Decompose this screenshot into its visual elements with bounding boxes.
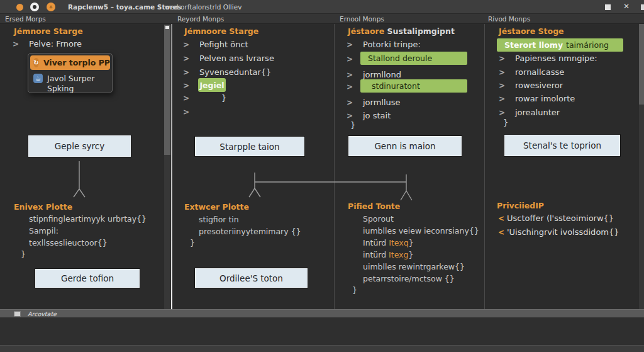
col2-bottom-button[interactable]: Ordilee'S toton: [195, 268, 308, 288]
col2-tree-row[interactable]: >Syvenseduntar{}: [183, 67, 271, 77]
window-edge-button[interactable]: [641, 4, 644, 10]
col1-code-line: Sampil:: [29, 226, 58, 236]
bottom-panel: [0, 317, 644, 345]
chevron-right-icon[interactable]: >: [499, 68, 515, 77]
col4-row3-label: rowesiveror: [515, 81, 563, 90]
col4-row2-label: rornallcasse: [515, 67, 564, 77]
popup-item-3[interactable]: Spking: [30, 82, 110, 94]
statusbar-label: Arcovtate: [28, 310, 57, 317]
col4-tree-row[interactable]: >Papienses nmngipe:: [499, 54, 597, 63]
chevron-right-icon[interactable]: >: [499, 81, 515, 90]
col3-highlight-1-label: Stallond deroule: [368, 54, 432, 63]
col4-top-button[interactable]: Stenal's te toprion: [504, 135, 620, 156]
col4-tree-row[interactable]: >jorealunter: [499, 108, 560, 117]
col4-row1-label: Papienses nmngipe:: [515, 54, 597, 63]
popup-item-selected[interactable]: ↻Viver torplo PP: [30, 55, 110, 70]
col3-section-title: Pified Tonte: [348, 202, 400, 211]
col4-section-row[interactable]: <'Uischingrvit ivolssdidom{}: [498, 227, 619, 237]
col3-tree-row[interactable]: >jormlluse: [347, 98, 401, 107]
col2-tree-row[interactable]: >Pefight önct: [183, 40, 248, 49]
popup-item-3-label: Spking: [47, 84, 74, 93]
chevron-right-icon[interactable]: >: [347, 71, 363, 79]
col2-tree-row[interactable]: >Pelven ans lvrarse: [183, 54, 274, 63]
chevron-right-icon[interactable]: >: [347, 98, 363, 107]
chevron-right-icon[interactable]: >: [347, 111, 363, 120]
connector-col3: [401, 174, 412, 200]
chevron-right-icon[interactable]: >: [347, 40, 363, 49]
refresh-icon: ↻: [33, 58, 39, 67]
col3-code4-pre: intürd: [363, 250, 389, 259]
titlebar-orange-dot-icon[interactable]: [16, 4, 23, 11]
col2-tree-row[interactable]: >}: [183, 93, 226, 103]
chevron-right-icon[interactable]: >: [499, 94, 515, 103]
col1-code-line: texllsseslieuctoor{}: [29, 238, 108, 247]
col1-popup-menu: ↻Viver torplo PP ☕Javol Surper Spking: [28, 53, 113, 93]
col2-selected-chip[interactable]: Jegiel: [198, 78, 226, 92]
chevron-right-icon[interactable]: >: [183, 40, 199, 49]
pane-header-1: Ersed Morps: [5, 15, 46, 23]
col2-code-line: stigfior tin: [199, 215, 239, 224]
col2-row2-label: Pelven ans lvrarse: [199, 54, 274, 63]
chevron-right-icon[interactable]: >: [183, 54, 199, 63]
col3-code3-post: }: [409, 238, 414, 247]
col1-tree-row[interactable]: >Pelve: Frnore: [13, 39, 82, 48]
col3-code4-token: Itexg: [389, 250, 408, 259]
col1-top-button-label: Geple syrcy: [55, 141, 104, 151]
col3-code4-post: }: [408, 250, 413, 259]
col2-tree-row[interactable]: >: [183, 107, 199, 116]
col2-top-button-label: Starpple taion: [219, 142, 279, 152]
chevron-right-icon[interactable]: >: [183, 81, 199, 90]
app-window: Rapclenw5 – toya.came Stores wed orftalo…: [0, 0, 644, 352]
col1-section-title: Enivex Plotte: [14, 202, 72, 212]
chevron-right-icon[interactable]: >: [499, 108, 515, 117]
pane-header-row: Ersed Morps Reyord Monps Ernool Monps Ri…: [0, 14, 644, 24]
pane-divider-1: [171, 24, 172, 309]
col4-highlight-banner[interactable]: Sterort llomy taimáriong: [497, 38, 623, 52]
col3-code-line: iumblles veiew ieconrsiany{}: [363, 226, 479, 236]
titlebar: Rapclenw5 – toya.came Stores wed orftalo…: [0, 0, 644, 14]
col4-brace: }: [503, 118, 508, 127]
col2-chip-label: Jegiel: [199, 81, 224, 90]
chevron-right-icon[interactable]: >: [13, 40, 29, 48]
connector-col2: [249, 173, 406, 197]
col4-tree-row[interactable]: >rornallcasse: [499, 67, 564, 77]
chevron-left-icon[interactable]: <: [498, 228, 507, 237]
col1-bottom-button-label: Gerde tofion: [61, 273, 114, 283]
col4-tree-row[interactable]: >rowar imolorte: [499, 94, 575, 103]
col1-top-button[interactable]: Geple syrcy: [28, 135, 131, 157]
col1-bottom-button[interactable]: Gerde tofion: [35, 269, 140, 288]
col1-code-line: stipnfingleartimyyk urbrtay{}: [29, 214, 147, 224]
col3-title: Jéstaore Sustalipmgipnt: [348, 26, 455, 36]
col4-row5-label: jorealunter: [515, 108, 560, 117]
col2-top-button[interactable]: Starpple taion: [195, 137, 304, 156]
col3-tree-row[interactable]: >jormllond: [347, 70, 401, 79]
chevron-right-icon[interactable]: >: [183, 68, 199, 77]
col4-section-row[interactable]: <Usctoffer (l'ssteoimiorw{}: [498, 213, 614, 223]
col3-top-button[interactable]: Genn is maion: [348, 136, 462, 156]
col3-highlight-1[interactable]: Stallond deroule: [360, 52, 467, 65]
col2-tree-row[interactable]: >: [183, 81, 199, 90]
col4-tree-row[interactable]: >rowesiveror: [499, 81, 563, 90]
connector-col1: [74, 161, 85, 197]
col3-tree-row[interactable]: >jo stait: [347, 111, 391, 120]
col3-code-line: Intürd Itexq}: [363, 238, 414, 247]
window-scrollbar-thumb[interactable]: [639, 24, 644, 105]
col3-code-line: petarrstoire/mctsow {}: [363, 274, 455, 283]
col3-row1-label: Potorki trinpe:: [363, 40, 421, 49]
col1-scrollbar-thumb[interactable]: [164, 25, 170, 155]
maximize-button[interactable]: [605, 4, 611, 10]
chevron-left-icon[interactable]: <: [498, 214, 507, 223]
chevron-right-icon[interactable]: >: [499, 54, 515, 63]
close-button[interactable]: ✕: [623, 2, 630, 11]
col4-top-button-label: Stenal's te toprion: [523, 140, 601, 150]
titlebar-badge-icon[interactable]: [47, 3, 55, 11]
col3-code-line: Sporout: [363, 214, 394, 224]
col3-tree-row[interactable]: >Potorki trinpe:: [347, 40, 421, 49]
col3-highlight-2[interactable]: stdinuratont: [360, 79, 467, 93]
titlebar-record-icon[interactable]: [30, 3, 39, 11]
chevron-right-icon[interactable]: >: [183, 94, 199, 103]
chevron-right-icon[interactable]: >: [183, 108, 199, 116]
statusbar-square-icon[interactable]: [14, 311, 21, 317]
col1-title: Jémnore Starge: [14, 26, 83, 36]
col3-top-button-label: Genn is maion: [374, 141, 435, 151]
